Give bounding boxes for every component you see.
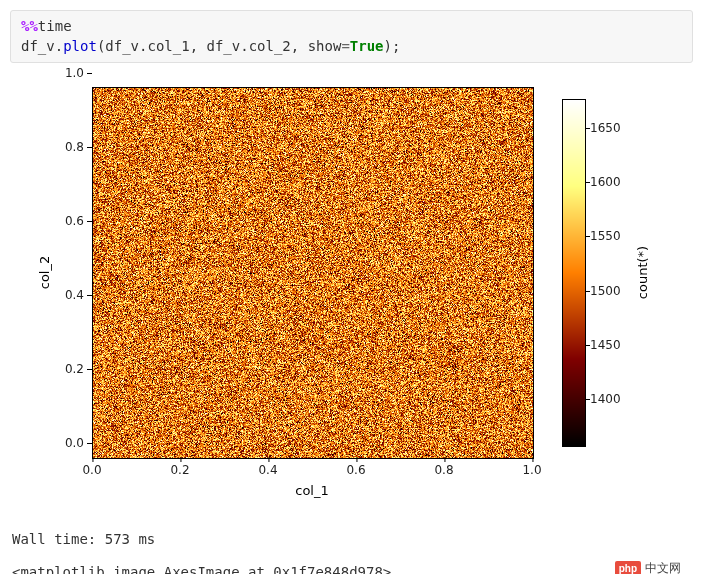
cbar-tick: 1400 <box>590 392 621 406</box>
php-logo-icon: php <box>615 561 641 574</box>
x-tick: 0.6 <box>346 463 365 477</box>
heatmap-plot <box>92 87 534 459</box>
magic-token: %% <box>21 18 38 34</box>
colorbar-label: count(*) <box>634 99 652 445</box>
cbar-tick: 1550 <box>590 229 621 243</box>
y-tick: 0.6 <box>65 214 84 228</box>
watermark-badge: php 中文网 <box>615 560 681 574</box>
code-true: True <box>350 38 384 54</box>
heatmap-canvas <box>93 88 533 458</box>
y-tick: 0.8 <box>65 140 84 154</box>
x-tick: 0.0 <box>82 463 101 477</box>
code-method: plot <box>63 38 97 54</box>
magic-name: time <box>38 18 72 34</box>
colorbar-axis: 1400 1450 1500 1550 1600 1650 <box>586 99 632 445</box>
x-tick: 1.0 <box>522 463 541 477</box>
cbar-tick: 1450 <box>590 338 621 352</box>
y-axis: 0.0 0.2 0.4 0.6 0.8 1.0 <box>32 87 92 457</box>
cbar-tick: 1650 <box>590 121 621 135</box>
cbar-tick: 1500 <box>590 284 621 298</box>
y-tick: 1.0 <box>65 66 84 80</box>
x-tick: 0.8 <box>434 463 453 477</box>
cbar-tick: 1600 <box>590 175 621 189</box>
y-tick: 0.0 <box>65 436 84 450</box>
x-axis-label: col_1 <box>92 483 532 498</box>
watermark-text: 中文网 <box>645 560 681 574</box>
wall-time-output: Wall time: 573 ms <box>12 529 693 550</box>
figure: col_2 0.0 0.2 0.4 0.6 0.8 1.0 0.0 0.2 0.… <box>32 77 672 517</box>
x-tick: 0.2 <box>170 463 189 477</box>
y-tick: 0.2 <box>65 362 84 376</box>
code-cell: %%time df_v.plot(df_v.col_1, df_v.col_2,… <box>10 10 693 63</box>
repr-output: <matplotlib.image.AxesImage at 0x1f7e848… <box>12 562 693 574</box>
x-tick: 0.4 <box>258 463 277 477</box>
y-tick: 0.4 <box>65 288 84 302</box>
colorbar <box>562 99 586 447</box>
code-var: df_v <box>21 38 55 54</box>
